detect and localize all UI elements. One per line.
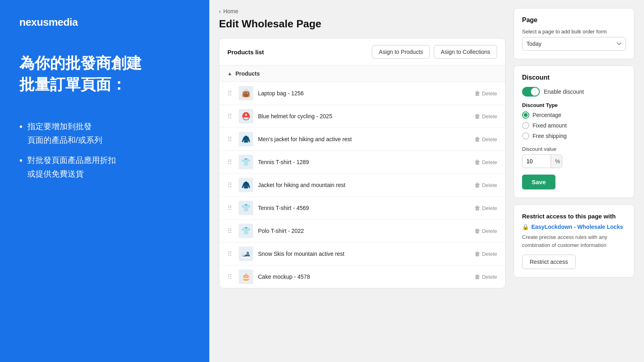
trash-icon: 🗑 xyxy=(475,274,480,280)
section-label: Products xyxy=(235,70,260,77)
main-area: ‹ Home Edit Wholesale Page Products list… xyxy=(219,8,506,354)
product-thumbnail: 🎿 xyxy=(239,247,253,261)
product-thumbnail: 👜 xyxy=(239,86,253,101)
page-card: Page Select a page to add bulk order for… xyxy=(514,8,634,59)
radio-circle xyxy=(522,122,529,129)
trash-icon: 🗑 xyxy=(475,159,480,165)
save-button[interactable]: Save xyxy=(522,175,555,189)
breadcrumb-label: Home xyxy=(223,8,238,14)
product-name: Laptop bag - 1256 xyxy=(258,90,470,97)
delete-button[interactable]: 🗑 Delete xyxy=(475,159,497,165)
assign-collections-button[interactable]: Asign to Collections xyxy=(434,45,497,59)
radio-option[interactable]: Free shipping xyxy=(522,132,626,140)
discount-value-row: % xyxy=(522,154,562,168)
product-list: ⠿ 👜 Laptop bag - 1256 🗑 Delete ⠿ ⛑️ Blue… xyxy=(219,82,505,288)
product-row: ⠿ ⛑️ Blue helmet for cycling - 2025 🗑 De… xyxy=(219,105,505,128)
delete-button[interactable]: 🗑 Delete xyxy=(475,228,497,234)
product-thumbnail: 🧥 xyxy=(239,178,253,192)
product-row: ⠿ 🎿 Snow Skis for mountain active rest 🗑… xyxy=(219,243,505,265)
delete-button[interactable]: 🗑 Delete xyxy=(475,274,497,280)
breadcrumb-arrow: ‹ xyxy=(219,8,221,14)
sidebar-panel: Page Select a page to add bulk order for… xyxy=(514,8,634,354)
product-name: Blue helmet for cycling - 2025 xyxy=(258,113,470,119)
assign-products-button[interactable]: Asign to Products xyxy=(372,45,430,59)
select-page-label: Select a page to add bulk order form xyxy=(522,29,626,35)
logo-bold: media xyxy=(49,16,78,28)
radio-label: Percentage xyxy=(533,112,561,118)
delete-label: Delete xyxy=(482,159,497,165)
discount-title: Discount xyxy=(522,74,626,81)
easylockdown-link[interactable]: 🔒 EasyLockdown - Wholesale Locks xyxy=(522,224,626,230)
page-section-title: Page xyxy=(522,16,626,24)
product-name: Snow Skis for mountain active rest xyxy=(258,251,470,257)
delete-label: Delete xyxy=(482,90,497,97)
hero-text: 為你的批發商創建批量訂單頁面： xyxy=(19,53,190,95)
product-row: ⠿ 🧥 Jacket for hiking and mountain rest … xyxy=(219,174,505,197)
product-row: ⠿ 🎂 Cake mockup - 4578 🗑 Delete xyxy=(219,265,505,288)
trash-icon: 🗑 xyxy=(475,228,480,234)
restrict-title: Restrict access to this page with xyxy=(522,213,626,220)
product-name: Polo T-shirt - 2022 xyxy=(258,228,470,234)
delete-button[interactable]: 🗑 Delete xyxy=(475,205,497,211)
product-name: Tennis T-shirt - 4569 xyxy=(258,205,470,211)
delete-label: Delete xyxy=(482,113,497,119)
products-section-header: ▲ Products xyxy=(219,66,505,82)
product-row: ⠿ 🧥 Men's jacket for hiking and active r… xyxy=(219,128,505,151)
product-thumbnail: 🎂 xyxy=(239,269,253,284)
radio-label: Free shipping xyxy=(533,133,567,139)
restrict-access-card: Restrict access to this page with 🔒 Easy… xyxy=(514,204,634,278)
lock-icon: 🔒 xyxy=(522,224,529,230)
delete-label: Delete xyxy=(482,228,497,234)
delete-button[interactable]: 🗑 Delete xyxy=(475,90,497,97)
toggle-row: Enable discount xyxy=(522,87,626,97)
product-row: ⠿ 👕 Polo T-shirt - 2022 🗑 Delete xyxy=(219,220,505,243)
trash-icon: 🗑 xyxy=(475,205,480,211)
radio-option[interactable]: Percentage xyxy=(522,111,626,119)
delete-label: Delete xyxy=(482,182,497,188)
header-buttons: Asign to Products Asign to Collections xyxy=(372,45,497,59)
products-list-label: Products list xyxy=(227,49,264,56)
delete-button[interactable]: 🗑 Delete xyxy=(475,113,497,119)
drag-handle[interactable]: ⠿ xyxy=(227,158,232,166)
drag-handle[interactable]: ⠿ xyxy=(227,250,232,258)
product-name: Jacket for hiking and mountain rest xyxy=(258,182,470,188)
product-row: ⠿ 👜 Laptop bag - 1256 🗑 Delete xyxy=(219,82,505,105)
drag-handle[interactable]: ⠿ xyxy=(227,204,232,212)
discount-value-input[interactable] xyxy=(522,155,551,168)
drag-handle[interactable]: ⠿ xyxy=(227,113,232,120)
left-panel: nexusmedia 為你的批發商創建批量訂單頁面： 指定要增加到批發頁面的產品… xyxy=(0,0,209,362)
delete-button[interactable]: 🗑 Delete xyxy=(475,136,497,142)
trash-icon: 🗑 xyxy=(475,182,480,188)
delete-button[interactable]: 🗑 Delete xyxy=(475,251,497,257)
enable-discount-toggle[interactable] xyxy=(522,87,540,97)
product-thumbnail: ⛑️ xyxy=(239,109,253,123)
products-header-left: Products list xyxy=(227,49,264,56)
product-name: Cake mockup - 4578 xyxy=(258,274,470,280)
drag-handle[interactable]: ⠿ xyxy=(227,273,232,281)
product-name: Men's jacket for hiking and active rest xyxy=(258,136,470,142)
page-select[interactable]: Today Yesterday Custom xyxy=(522,37,626,51)
product-row: ⠿ 👕 Tennis T-shirt - 4569 🗑 Delete xyxy=(219,197,505,220)
product-thumbnail: 👕 xyxy=(239,224,253,238)
delete-label: Delete xyxy=(482,136,497,142)
drag-handle[interactable]: ⠿ xyxy=(227,90,232,97)
trash-icon: 🗑 xyxy=(475,136,480,142)
restrict-description: Create precise access rules with any com… xyxy=(522,233,626,249)
bullet-item: 指定要增加到批發頁面的產品和/或系列 xyxy=(27,119,190,147)
trash-icon: 🗑 xyxy=(475,113,480,119)
discount-unit: % xyxy=(551,155,562,168)
trash-icon: 🗑 xyxy=(475,251,480,257)
delete-button[interactable]: 🗑 Delete xyxy=(475,182,497,188)
discount-type-label: Discount Type xyxy=(522,102,626,108)
discount-value-label: Discount value xyxy=(522,146,626,152)
page-title: Edit Wholesale Page xyxy=(219,18,506,30)
drag-handle[interactable]: ⠿ xyxy=(227,181,232,189)
restrict-access-button[interactable]: Restrict access xyxy=(522,255,576,269)
drag-handle[interactable]: ⠿ xyxy=(227,227,232,235)
drag-handle[interactable]: ⠿ xyxy=(227,136,232,143)
easylockdown-label: EasyLockdown - Wholesale Locks xyxy=(531,224,623,230)
delete-label: Delete xyxy=(482,274,497,280)
products-card: Products list Asign to Products Asign to… xyxy=(219,38,506,288)
radio-option[interactable]: Fixed amount xyxy=(522,122,626,129)
breadcrumb[interactable]: ‹ Home xyxy=(219,8,506,14)
